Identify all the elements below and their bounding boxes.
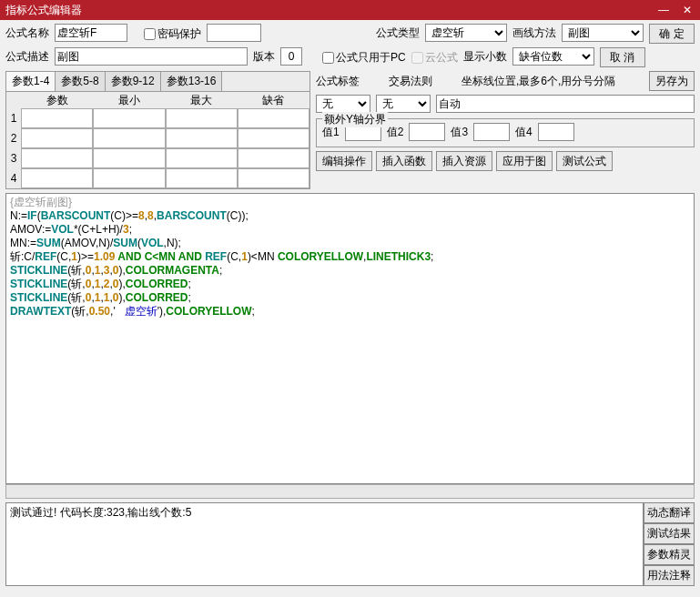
label-v2: 值2 bbox=[387, 125, 404, 140]
param-1-def[interactable] bbox=[238, 108, 309, 128]
label-v3: 值3 bbox=[451, 125, 468, 140]
pwd-input[interactable] bbox=[207, 24, 261, 42]
param-hdr-min: 最小 bbox=[93, 92, 165, 108]
param-tab-1[interactable]: 参数1-4 bbox=[6, 72, 56, 91]
editop-button[interactable]: 编辑操作 bbox=[316, 151, 372, 171]
coord-input[interactable] bbox=[436, 95, 695, 113]
paramwiz-button[interactable]: 参数精灵 bbox=[644, 544, 695, 565]
decimals-select[interactable]: 缺省位数 bbox=[512, 47, 594, 66]
param-4-def[interactable] bbox=[238, 168, 309, 188]
param-2-name[interactable] bbox=[21, 128, 93, 148]
param-4-name[interactable] bbox=[21, 168, 93, 188]
usage-button[interactable]: 用法注释 bbox=[644, 565, 695, 586]
titlebar: 指标公式编辑器 — ✕ bbox=[0, 0, 700, 20]
label-v4: 值4 bbox=[515, 125, 533, 140]
label-coord: 坐标线位置,最多6个,用分号分隔 bbox=[462, 72, 615, 90]
drawmethod-select[interactable]: 副图 bbox=[562, 24, 644, 42]
window-title: 指标公式编辑器 bbox=[5, 3, 82, 18]
top-row-1: 公式名称 密码保护 公式类型 虚空斩 画线方法 副图 确 定 bbox=[0, 20, 700, 46]
param-3-name[interactable] bbox=[21, 148, 93, 168]
label-type: 公式类型 bbox=[376, 24, 420, 42]
desc-input[interactable] bbox=[55, 47, 248, 66]
label-desc: 公式描述 bbox=[5, 47, 49, 66]
param-1-max[interactable] bbox=[166, 108, 238, 128]
label-decimals: 显示小数 bbox=[463, 47, 507, 66]
param-2-max[interactable] bbox=[166, 128, 238, 148]
param-2-min[interactable] bbox=[93, 128, 165, 148]
horizontal-scrollbar[interactable] bbox=[5, 484, 695, 499]
version-input[interactable] bbox=[280, 47, 302, 66]
cancel-button[interactable]: 取 消 bbox=[600, 47, 645, 67]
minimize-icon[interactable]: — bbox=[656, 4, 671, 16]
label-pwd: 密码保护 bbox=[157, 26, 201, 42]
insfn-button[interactable]: 插入函数 bbox=[376, 151, 432, 171]
param-1-min[interactable] bbox=[93, 108, 165, 128]
param-4-max[interactable] bbox=[166, 168, 238, 188]
mid-row: 参数1-4 参数5-8 参数9-12 参数13-16 参数 最小 最大 缺省 1… bbox=[0, 71, 700, 193]
bottom-panel: 测试通过! 代码长度:323,输出线个数:5 动态翻译 测试结果 参数精灵 用法… bbox=[5, 502, 695, 586]
testres-button[interactable]: 测试结果 bbox=[644, 523, 695, 544]
label-extray: 额外Y轴分界 bbox=[322, 112, 388, 127]
label-name: 公式名称 bbox=[5, 24, 49, 42]
v4-input[interactable] bbox=[538, 123, 574, 141]
param-tab-4[interactable]: 参数13-16 bbox=[161, 72, 223, 91]
param-hdr-name: 参数 bbox=[21, 92, 93, 108]
tag-select[interactable]: 无 bbox=[316, 95, 370, 113]
param-3-def[interactable] bbox=[238, 148, 309, 168]
param-hdr-def: 缺省 bbox=[238, 92, 309, 108]
param-4-min[interactable] bbox=[93, 168, 165, 188]
code-editor[interactable]: {虚空斩副图} N:=IF(BARSCOUNT(C)>=8,8,BARSCOUN… bbox=[5, 193, 695, 484]
top-row-2: 公式描述 版本 公式只用于PC 云公式 显示小数 缺省位数 取 消 bbox=[0, 46, 700, 71]
param-hdr-max: 最大 bbox=[166, 92, 238, 108]
params-panel: 参数1-4 参数5-8 参数9-12 参数13-16 参数 最小 最大 缺省 1… bbox=[5, 71, 310, 189]
param-2-def[interactable] bbox=[238, 128, 309, 148]
applychart-button[interactable]: 应用于图 bbox=[496, 151, 553, 171]
close-icon[interactable]: ✕ bbox=[680, 4, 695, 16]
label-pconly: 公式只用于PC bbox=[336, 50, 406, 66]
label-rule: 交易法则 bbox=[389, 72, 432, 90]
name-input[interactable] bbox=[55, 24, 127, 42]
label-version: 版本 bbox=[253, 47, 275, 66]
insres-button[interactable]: 插入资源 bbox=[436, 151, 492, 171]
ok-button[interactable]: 确 定 bbox=[649, 24, 695, 44]
label-cloud: 云公式 bbox=[425, 50, 458, 66]
extra-y-group: 额外Y轴分界 值1 值2 值3 值4 bbox=[316, 118, 695, 147]
label-tag: 公式标签 bbox=[316, 72, 360, 90]
label-drawmethod: 画线方法 bbox=[512, 24, 556, 42]
status-output: 测试通过! 代码长度:323,输出线个数:5 bbox=[5, 502, 644, 586]
saveas-button[interactable]: 另存为 bbox=[649, 71, 695, 91]
test-button[interactable]: 测试公式 bbox=[556, 151, 613, 171]
pwd-checkbox[interactable] bbox=[144, 28, 156, 40]
right-mid-panel: 公式标签 交易法则 坐标线位置,最多6个,用分号分隔 另存为 无 无 额外Y轴分… bbox=[316, 71, 695, 189]
param-1-name[interactable] bbox=[21, 108, 93, 128]
rule-select[interactable]: 无 bbox=[376, 95, 431, 113]
v3-input[interactable] bbox=[473, 123, 510, 141]
v2-input[interactable] bbox=[409, 123, 445, 141]
type-select[interactable]: 虚空斩 bbox=[425, 24, 507, 42]
param-3-min[interactable] bbox=[93, 148, 165, 168]
cloud-checkbox bbox=[411, 52, 423, 64]
pconly-checkbox[interactable] bbox=[322, 52, 334, 64]
param-3-max[interactable] bbox=[166, 148, 238, 168]
param-tab-3[interactable]: 参数9-12 bbox=[106, 72, 161, 91]
dyntrans-button[interactable]: 动态翻译 bbox=[644, 502, 695, 523]
param-tab-2[interactable]: 参数5-8 bbox=[56, 72, 105, 91]
